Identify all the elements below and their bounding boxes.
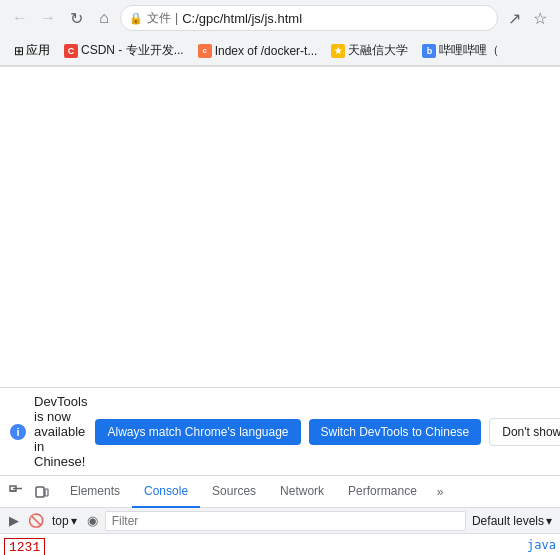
notification-message: DevTools is now available in Chinese! (34, 394, 87, 469)
home-button[interactable]: ⌂ (92, 6, 116, 30)
console-line: 1231 (4, 538, 556, 555)
bilibili-label: 哔哩哔哩（ (439, 42, 499, 59)
tab-console-label: Console (144, 484, 188, 498)
device-toolbar-button[interactable] (30, 480, 54, 504)
grid-icon: ⊞ (14, 44, 24, 58)
svg-rect-3 (36, 487, 44, 497)
csdn-favicon: C (64, 44, 78, 58)
default-levels-label: Default levels (472, 514, 544, 528)
levels-arrow-icon: ▾ (546, 514, 552, 528)
tianrong-favicon: ★ (331, 44, 345, 58)
apps-label: 应用 (26, 42, 50, 59)
apps-button[interactable]: ⊞ 应用 (8, 40, 56, 61)
default-levels-selector[interactable]: Default levels ▾ (468, 511, 556, 531)
dropdown-arrow-icon: ▾ (71, 514, 77, 528)
address-bar[interactable]: 🔒 文件 | C:/gpc/html/js/js.html (120, 5, 498, 31)
clear-console-button[interactable]: 🚫 (26, 511, 46, 531)
top-label: top (52, 514, 69, 528)
file-label: 文件 (147, 10, 171, 27)
star-button[interactable]: ☆ (528, 6, 552, 30)
bookmarks-bar: ⊞ 应用 C CSDN - 专业开发... c Index of /docker… (0, 36, 560, 66)
url-separator: | (175, 11, 178, 25)
context-selector[interactable]: top ▾ (48, 511, 81, 531)
bookmark-bilibili[interactable]: b 哔哩哔哩（ (416, 40, 505, 61)
eye-button[interactable]: ◉ (83, 511, 103, 531)
match-language-button[interactable]: Always match Chrome's language (95, 419, 300, 445)
forward-button[interactable]: → (36, 6, 60, 30)
svg-rect-4 (45, 489, 48, 496)
lock-icon: 🔒 (129, 12, 143, 25)
dismiss-button[interactable]: Don't show again (489, 418, 560, 446)
info-icon: i (10, 424, 26, 440)
console-source[interactable]: java (527, 538, 556, 552)
tab-performance-label: Performance (348, 484, 417, 498)
csdn-label: CSDN - 专业开发... (81, 42, 184, 59)
more-tabs-button[interactable]: » (429, 485, 452, 499)
console-output: 1231 java (0, 534, 560, 555)
page-content (0, 67, 560, 387)
console-toolbar: ▶ 🚫 top ▾ ◉ Default levels ▾ (0, 508, 560, 534)
tab-elements-label: Elements (70, 484, 120, 498)
refresh-button[interactable]: ↻ (64, 6, 88, 30)
tianrong-label: 天融信大学 (348, 42, 408, 59)
console-value: 1231 (4, 538, 45, 555)
tab-elements[interactable]: Elements (58, 476, 132, 508)
tab-sources-label: Sources (212, 484, 256, 498)
docker-favicon: c (198, 44, 212, 58)
back-button[interactable]: ← (8, 6, 32, 30)
browser-chrome: ← → ↻ ⌂ 🔒 文件 | C:/gpc/html/js/js.html ↗ … (0, 0, 560, 67)
bookmark-docker[interactable]: c Index of /docker-t... (192, 42, 324, 60)
tab-network-label: Network (280, 484, 324, 498)
devtools-tab-icons (4, 480, 54, 504)
bookmark-csdn[interactable]: C CSDN - 专业开发... (58, 40, 190, 61)
tab-network[interactable]: Network (268, 476, 336, 508)
tab-performance[interactable]: Performance (336, 476, 429, 508)
url-text: C:/gpc/html/js/js.html (182, 11, 302, 26)
tab-sources[interactable]: Sources (200, 476, 268, 508)
inspect-element-button[interactable] (4, 480, 28, 504)
share-button[interactable]: ↗ (502, 6, 526, 30)
bilibili-favicon: b (422, 44, 436, 58)
nav-actions: ↗ ☆ (502, 6, 552, 30)
bookmark-tianrong[interactable]: ★ 天融信大学 (325, 40, 414, 61)
tab-console[interactable]: Console (132, 476, 200, 508)
execute-button[interactable]: ▶ (4, 511, 24, 531)
devtools-panel: Elements Console Sources Network Perform… (0, 475, 560, 555)
devtools-notification: i DevTools is now available in Chinese! … (0, 387, 560, 475)
docker-label: Index of /docker-t... (215, 44, 318, 58)
nav-bar: ← → ↻ ⌂ 🔒 文件 | C:/gpc/html/js/js.html ↗ … (0, 0, 560, 36)
switch-devtools-button[interactable]: Switch DevTools to Chinese (309, 419, 482, 445)
devtools-tabs: Elements Console Sources Network Perform… (0, 476, 560, 508)
filter-input[interactable] (105, 511, 466, 531)
